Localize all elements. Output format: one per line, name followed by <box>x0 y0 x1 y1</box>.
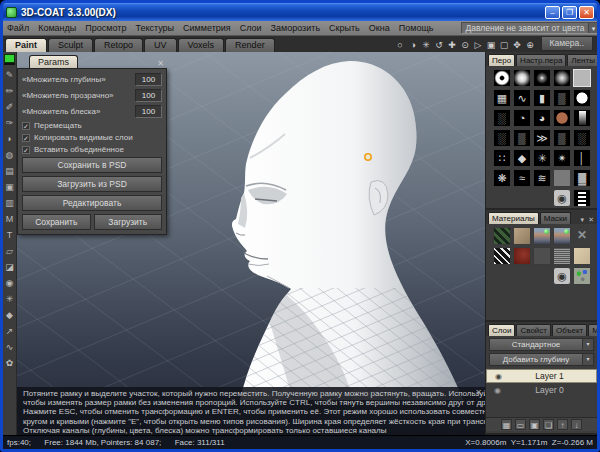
spacer[interactable] <box>493 189 511 207</box>
layer-row[interactable]: ◉ Layer 0 <box>486 383 597 397</box>
scatter-brush[interactable]: ✳ <box>533 149 551 167</box>
params-button[interactable]: Загрузить <box>94 214 163 230</box>
rotate-icon[interactable]: ↺ <box>433 38 446 52</box>
menu-item[interactable]: Файл <box>7 23 29 33</box>
param-checkbox[interactable]: ✓ Копировать видимые слои <box>22 133 162 142</box>
fill-tool-icon[interactable]: ◍ <box>4 147 16 163</box>
crescent2-brush[interactable]: ◕ <box>533 109 551 127</box>
pen-panel-tab[interactable]: Ленты <box>567 54 599 66</box>
contrast-icon[interactable]: ◑ <box>407 38 420 52</box>
minimize-button[interactable]: – <box>545 6 560 19</box>
light-icon[interactable]: ○ <box>394 38 407 52</box>
scribble-brush[interactable]: ≈ <box>513 169 531 187</box>
move-up-button[interactable]: ↑ <box>557 419 568 430</box>
workspace-tab[interactable]: UV <box>144 38 177 52</box>
region-icon[interactable]: ▢ <box>498 38 511 52</box>
param-value-input[interactable]: 100 <box>135 73 162 86</box>
noise-material[interactable] <box>553 247 571 265</box>
workspace-tab[interactable]: Paint <box>5 38 47 52</box>
depth-mode-dropdown[interactable]: Добавить глубину ▾ <box>489 353 594 366</box>
chevron-down-icon[interactable]: ▾ <box>582 339 593 350</box>
param-value-input[interactable]: 100 <box>135 105 162 118</box>
add-icon[interactable]: ✚ <box>446 38 459 52</box>
camera-capture-brush[interactable]: ◉ <box>553 189 571 207</box>
beige-material[interactable] <box>573 247 591 265</box>
airbrush-tool-icon[interactable]: ✑ <box>4 115 16 131</box>
spacer[interactable] <box>533 189 551 207</box>
spray-brush[interactable]: ░ <box>493 129 511 147</box>
delete-layer-button[interactable]: ▭ <box>515 419 526 430</box>
pen-tool-icon[interactable]: ✏ <box>4 83 16 99</box>
delete-material[interactable]: ✕ <box>573 227 591 245</box>
pressure-mode-dropdown[interactable]: Давление не зависит от цвета ▾ <box>461 22 600 34</box>
add-folder-button[interactable]: ▣ <box>529 419 540 430</box>
workspace-tab[interactable]: Render <box>225 38 275 52</box>
zoom-icon[interactable]: ⊙ <box>459 38 472 52</box>
pen-panel-tab[interactable]: Перо <box>488 54 515 66</box>
squiggle-brush[interactable]: ∿ <box>513 89 531 107</box>
param-checkbox[interactable]: ✓ Вставить объединённое <box>22 145 162 154</box>
chevron-brush[interactable]: ≫ <box>533 129 551 147</box>
bar-brush[interactable]: ▮ <box>533 89 551 107</box>
pattern-tool-icon[interactable]: ▥ <box>4 195 16 211</box>
clone-tool-icon[interactable]: ▤ <box>4 163 16 179</box>
close-button[interactable]: ✕ <box>579 6 594 19</box>
gradient-bar-brush[interactable] <box>573 109 591 127</box>
blend-mode-dropdown[interactable]: Стандартное ▾ <box>489 338 594 351</box>
magic-tool-icon[interactable]: M <box>4 211 16 227</box>
menu-item[interactable]: Окна <box>369 23 390 33</box>
sparse-spray-brush[interactable]: ░ <box>573 129 591 147</box>
spacer[interactable] <box>513 267 531 285</box>
play-icon[interactable]: ▷ <box>472 38 485 52</box>
medium-soft-brush[interactable] <box>553 69 571 87</box>
spacer[interactable] <box>513 189 531 207</box>
soft-round-brush[interactable] <box>513 69 531 87</box>
dotted-material[interactable] <box>573 267 591 285</box>
spray2-brush[interactable]: ▒ <box>513 129 531 147</box>
eye-icon[interactable]: ◉ <box>495 372 502 381</box>
params-button[interactable]: Редактировать <box>22 195 162 211</box>
layers-panel-tab[interactable]: Матери <box>588 324 600 336</box>
menu-item[interactable]: Просмотр <box>85 23 126 33</box>
button-brush[interactable]: ∷ <box>493 149 511 167</box>
menu-item[interactable]: Текстуры <box>135 23 174 33</box>
portrait-material-1[interactable] <box>533 227 551 245</box>
pencil-tool-icon[interactable]: ✐ <box>4 99 16 115</box>
dragon-brush[interactable]: ❋ <box>493 169 511 187</box>
eraser-tool-icon[interactable]: ◪ <box>4 259 16 275</box>
materials-panel-tab[interactable]: Маски <box>540 212 571 224</box>
image-tool-icon[interactable]: ▱ <box>4 243 16 259</box>
disc-brush[interactable] <box>573 89 591 107</box>
crescent-brush[interactable]: ◔ <box>513 109 531 127</box>
moss-brush[interactable]: ▒ <box>553 129 571 147</box>
params-button[interactable]: Сохранить в PSD <box>22 157 162 173</box>
layers-panel-tab[interactable]: Свойст <box>516 324 551 336</box>
speckle-brush[interactable]: ▒ <box>553 89 571 107</box>
camera-button[interactable]: Камера.. <box>541 36 593 51</box>
titlebar[interactable]: 3D-COAT 3.3.00(DX) – ❐ ✕ <box>3 3 597 21</box>
donut-brush[interactable] <box>493 69 511 87</box>
stamp-tool-icon[interactable]: ▣ <box>4 179 16 195</box>
layers-panel-tab[interactable]: Объект <box>552 324 587 336</box>
zipper-brush[interactable] <box>573 189 591 207</box>
curve-tool-icon[interactable]: ∿ <box>4 339 16 355</box>
flare-icon[interactable]: ✳ <box>420 38 433 52</box>
thin-line-brush[interactable]: │ <box>573 149 591 167</box>
params-button[interactable]: Загрузить из PSD <box>22 176 162 192</box>
spacer[interactable] <box>493 267 511 285</box>
close-icon[interactable]: ✕ <box>475 388 482 397</box>
menu-item[interactable]: Симметрия <box>183 23 231 33</box>
camera-capture-material[interactable]: ◉ <box>553 267 571 285</box>
workspace-tab[interactable]: Retopo <box>94 38 143 52</box>
frame-icon[interactable]: ▣ <box>485 38 498 52</box>
materials-panel-tab[interactable]: Материалы <box>488 212 539 224</box>
chevron-down-icon[interactable]: ▾ <box>588 23 599 33</box>
starburst-brush[interactable]: ✴ <box>553 149 571 167</box>
portrait-material-2[interactable] <box>553 227 571 245</box>
waffle-brush[interactable]: ▦ <box>493 89 511 107</box>
flower-tool-icon[interactable]: ✳ <box>4 291 16 307</box>
brush-tool-icon[interactable]: ✎ <box>4 67 16 83</box>
workspace-tab[interactable]: Voxels <box>178 38 225 52</box>
gray-square-brush[interactable] <box>553 169 571 187</box>
diamond-brush[interactable]: ◆ <box>513 149 531 167</box>
